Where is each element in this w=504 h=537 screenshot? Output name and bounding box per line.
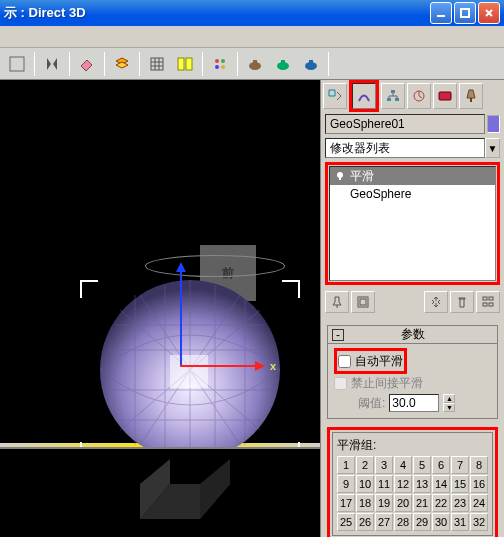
command-panel: ▼ 平滑 GeoSphere [320, 80, 504, 537]
smoothing-group-button[interactable]: 8 [470, 456, 488, 474]
smoothing-group-button[interactable]: 29 [413, 513, 431, 531]
svg-point-10 [249, 62, 261, 70]
smoothing-group-button[interactable]: 11 [375, 475, 393, 493]
smoothing-group-button[interactable]: 12 [394, 475, 412, 493]
layers-icon[interactable] [109, 51, 135, 77]
svg-point-9 [221, 65, 225, 69]
stack-item[interactable]: 平滑 [330, 167, 495, 185]
smoothing-group-button[interactable]: 25 [337, 513, 355, 531]
configure-icon[interactable] [476, 291, 500, 313]
svg-point-12 [277, 62, 289, 70]
create-tab[interactable] [323, 83, 347, 109]
smoothing-group-button[interactable]: 1 [337, 456, 355, 474]
viewport-column: 前 [0, 80, 320, 537]
panels-icon[interactable] [172, 51, 198, 77]
smoothing-group-button[interactable]: 7 [451, 456, 469, 474]
minimize-button[interactable] [430, 2, 452, 24]
smoothing-group-button[interactable]: 32 [470, 513, 488, 531]
motion-tab[interactable] [407, 83, 431, 109]
rollout-header[interactable]: - 参数 [328, 326, 497, 344]
teapot-blue-icon[interactable] [298, 51, 324, 77]
modifier-stack[interactable]: 平滑 GeoSphere [329, 166, 496, 281]
svg-rect-25 [439, 92, 451, 100]
stack-item-label: 平滑 [350, 168, 374, 185]
svg-rect-23 [395, 98, 399, 101]
svg-rect-4 [178, 58, 184, 70]
smoothing-group-button[interactable]: 14 [432, 475, 450, 493]
smoothing-group-button[interactable]: 10 [356, 475, 374, 493]
smoothing-group-button[interactable]: 31 [451, 513, 469, 531]
tool-button-1[interactable] [4, 51, 30, 77]
prevent-indirect-checkbox: 禁止间接平滑 [334, 374, 491, 392]
minus-icon: - [332, 329, 344, 341]
smoothing-group-button[interactable]: 30 [432, 513, 450, 531]
smoothing-group-button[interactable]: 9 [337, 475, 355, 493]
object-name-input[interactable] [325, 114, 485, 134]
svg-point-14 [305, 62, 317, 70]
show-result-icon[interactable] [351, 291, 375, 313]
smoothing-group-button[interactable]: 27 [375, 513, 393, 531]
smoothing-group-button[interactable]: 19 [375, 494, 393, 512]
titlebar: 示 : Direct 3D [0, 0, 504, 26]
svg-rect-0 [437, 15, 445, 17]
smoothing-group-button[interactable]: 5 [413, 456, 431, 474]
auto-smooth-label: 自动平滑 [355, 353, 403, 370]
modify-tab[interactable] [352, 83, 376, 109]
smoothing-group-grid: 1234567891011121314151617181920212223242… [337, 456, 488, 531]
teapot-green-icon[interactable] [270, 51, 296, 77]
smoothing-group-button[interactable]: 16 [470, 475, 488, 493]
smoothing-group-button[interactable]: 28 [394, 513, 412, 531]
display-tab[interactable] [433, 83, 457, 109]
modifier-dropdown[interactable] [325, 138, 485, 158]
smoothing-group-button[interactable]: 26 [356, 513, 374, 531]
smoothing-groups-panel: 平滑组: 12345678910111213141516171819202122… [332, 432, 493, 536]
svg-point-6 [215, 59, 219, 63]
viewport-front[interactable]: 前 [0, 80, 320, 443]
smoothing-group-button[interactable]: 23 [451, 494, 469, 512]
parameters-rollout: - 参数 自动平滑 禁止间接平滑 阈值: ▲▼ [327, 325, 498, 419]
grid-icon[interactable] [144, 51, 170, 77]
svg-rect-32 [489, 297, 493, 300]
svg-rect-15 [309, 60, 313, 63]
smoothing-group-button[interactable]: 3 [375, 456, 393, 474]
threshold-input[interactable] [389, 394, 439, 412]
eraser-icon[interactable] [74, 51, 100, 77]
chevron-down-icon[interactable]: ▼ [485, 138, 500, 158]
svg-point-27 [337, 172, 343, 178]
smoothing-group-button[interactable]: 15 [451, 475, 469, 493]
close-button[interactable] [478, 2, 500, 24]
smoothing-group-button[interactable]: 13 [413, 475, 431, 493]
lightbulb-icon [334, 170, 346, 182]
stack-item[interactable]: GeoSphere [330, 185, 495, 203]
teapot-brown-icon[interactable] [242, 51, 268, 77]
threshold-label: 阈值: [358, 395, 385, 412]
smoothing-group-button[interactable]: 20 [394, 494, 412, 512]
pin-stack-icon[interactable] [325, 291, 349, 313]
prevent-indirect-label: 禁止间接平滑 [351, 375, 423, 392]
svg-rect-31 [483, 297, 487, 300]
hierarchy-tab[interactable] [381, 83, 405, 109]
viewport-bottom[interactable] [0, 447, 320, 537]
smoothing-group-label: 平滑组: [337, 437, 488, 454]
make-unique-icon[interactable] [424, 291, 448, 313]
smoothing-group-button[interactable]: 18 [356, 494, 374, 512]
threshold-spinner[interactable]: ▲▼ [443, 394, 455, 412]
smoothing-group-button[interactable]: 21 [413, 494, 431, 512]
auto-smooth-checkbox[interactable]: 自动平滑 [338, 352, 403, 370]
remove-modifier-icon[interactable] [450, 291, 474, 313]
smoothing-group-button[interactable]: 4 [394, 456, 412, 474]
svg-rect-22 [387, 98, 391, 101]
object-color-swatch[interactable] [487, 115, 500, 133]
smoothing-group-button[interactable]: 22 [432, 494, 450, 512]
maximize-button[interactable] [454, 2, 476, 24]
mirror-icon[interactable] [39, 51, 65, 77]
smoothing-group-button[interactable]: 24 [470, 494, 488, 512]
smoothing-group-button[interactable]: 17 [337, 494, 355, 512]
smoothing-group-button[interactable]: 2 [356, 456, 374, 474]
selection-brackets [80, 280, 300, 460]
dots-icon[interactable] [207, 51, 233, 77]
modifier-list-row: ▼ [321, 136, 504, 160]
svg-rect-21 [391, 90, 395, 93]
smoothing-group-button[interactable]: 6 [432, 456, 450, 474]
utilities-tab[interactable] [459, 83, 483, 109]
